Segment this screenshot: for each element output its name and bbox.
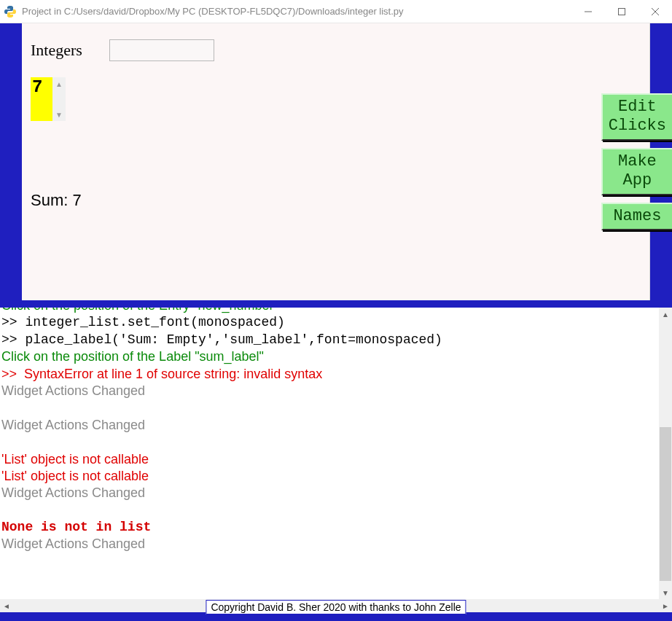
sum-label: Sum: 7: [31, 191, 82, 210]
console-line: Widget Actions Changed: [1, 417, 659, 434]
window-title: Project in C:/Users/david/Dropbox/My PC …: [22, 6, 404, 17]
console-line: Widget Actions Changed: [1, 383, 659, 399]
scroll-thumb[interactable]: [660, 427, 671, 581]
maximize-button[interactable]: [605, 0, 638, 23]
console-line: None is not in list: [1, 519, 659, 536]
edit-clicks-button[interactable]: Edit Clicks: [601, 93, 672, 141]
console-line: 'List' object is not callable: [1, 468, 659, 485]
new-number-input[interactable]: [109, 39, 214, 61]
console-line: [1, 434, 659, 450]
console-line: Widget Actions Changed: [1, 536, 659, 552]
console-line: Click on the position of the Entry "new_…: [1, 308, 659, 314]
console-output[interactable]: Click on the position of the Entry "new_…: [0, 308, 659, 599]
console-line: 'List' object is not callable: [1, 451, 659, 468]
minimize-button[interactable]: [571, 0, 605, 23]
copyright-label: Copyright David B. Sher 2020 with thanks…: [206, 600, 466, 614]
app-frame: Integers 7 ▲ ▼ Sum: 7 Edit Clicks Make A…: [0, 23, 672, 308]
close-button[interactable]: [638, 0, 672, 23]
console-line: >> SyntaxError at line 1 of source strin…: [1, 366, 659, 383]
console-line: [1, 399, 659, 416]
scroll-up-icon[interactable]: ▲: [659, 308, 672, 321]
console-line: Click on the position of the Label "sum_…: [1, 348, 659, 365]
console-line: Widget Actions Changed: [1, 485, 659, 501]
scroll-up-icon[interactable]: ▲: [52, 77, 66, 90]
console-vertical-scrollbar[interactable]: ▲ ▼: [659, 308, 672, 599]
scroll-down-icon[interactable]: ▼: [659, 586, 672, 599]
app-canvas: Integers 7 ▲ ▼ Sum: 7: [22, 23, 650, 300]
console-line: >> place_label('Sum: Empty','sum_label',…: [1, 332, 659, 348]
make-app-button[interactable]: Make App: [601, 148, 672, 195]
svg-rect-1: [619, 8, 625, 15]
titlebar: Project in C:/Users/david/Dropbox/My PC …: [0, 0, 672, 23]
scroll-down-icon[interactable]: ▼: [52, 108, 66, 121]
integer-listbox[interactable]: 7: [31, 77, 52, 121]
scroll-left-icon[interactable]: ◄: [0, 599, 13, 612]
console-line: [1, 502, 659, 519]
names-button[interactable]: Names: [601, 203, 672, 230]
listbox-scrollbar[interactable]: ▲ ▼: [52, 77, 66, 121]
console-line: >> integer_list.set_font(monospaced): [1, 314, 659, 331]
python-icon: [4, 6, 16, 17]
integers-label: Integers: [31, 41, 82, 60]
scroll-right-icon[interactable]: ►: [659, 599, 672, 612]
